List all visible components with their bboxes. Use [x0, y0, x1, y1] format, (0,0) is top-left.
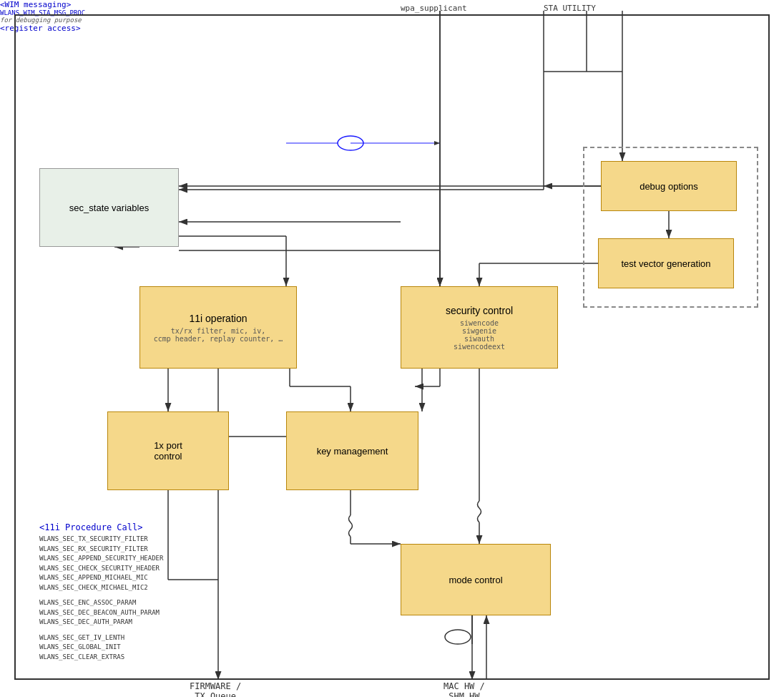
mode-control-label: mode control — [449, 575, 502, 585]
operation-11i-sub: tx/rx filter, mic, iv, ccmp header, repl… — [154, 327, 283, 343]
operation-11i-box: 11i operation tx/rx filter, mic, iv, ccm… — [139, 286, 297, 369]
dashed-debugging-region — [583, 147, 758, 308]
key-management-box: key management — [286, 411, 418, 490]
procedure-11i-section: <11i Procedure Call> WLANS_SEC_TX_SECURI… — [39, 522, 163, 662]
key-management-label: key management — [317, 446, 388, 457]
wpa-supplicant-label: wpa_supplicant — [401, 4, 467, 13]
operation-11i-label: 11i operation — [190, 313, 248, 324]
port-1x-box: 1x port control — [107, 411, 229, 490]
security-control-sub: siwencode siwgenie siwauth siwencodeext — [454, 319, 505, 351]
wim-messaging-text: <WIM messaging> — [0, 0, 784, 9]
sec-state-label: sec_state variables — [69, 203, 149, 213]
security-control-label: security control — [446, 305, 513, 316]
mac-hw-label: MAC HW / SHM HW — [444, 681, 485, 697]
mode-control-box: mode control — [401, 544, 551, 615]
procedure-11i-label: <11i Procedure Call> — [39, 522, 163, 532]
proc-list2: WLANS_SEC_ENC_ASSOC_PARAM WLANS_SEC_DEC_… — [39, 598, 163, 628]
sta-utility-label: STA UTILITY — [544, 4, 596, 13]
sec-state-box: sec_state variables — [39, 168, 179, 247]
proc-list1: WLANS_SEC_TX_SECURITY_FILTER WLANS_SEC_R… — [39, 535, 163, 593]
diagram-container: wpa_supplicant STA UTILITY <WIM messagin… — [0, 0, 784, 697]
security-control-box: security control siwencode siwgenie siwa… — [401, 286, 558, 369]
firmware-label: FIRMWARE / TX Queue — [190, 681, 241, 697]
port-1x-label: 1x port control — [154, 440, 182, 462]
proc-list3: WLANS_SEC_GET_IV_LENTH WLANS_SEC_GLOBAL_… — [39, 633, 163, 663]
